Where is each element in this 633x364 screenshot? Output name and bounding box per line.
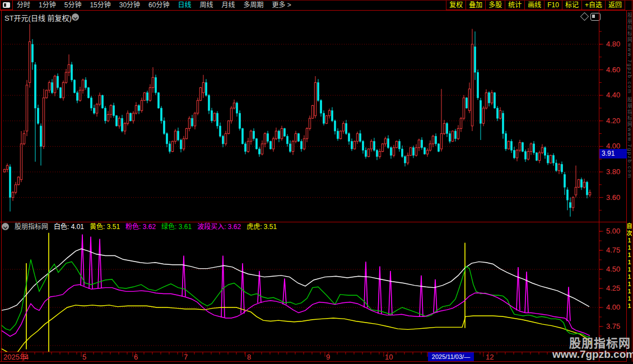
date-badge: 2025/11/03/— bbox=[428, 352, 474, 361]
period-item-更多 >[interactable]: 更多 > bbox=[272, 0, 291, 10]
indicator-value-虎虎: 虎虎: 3.51 bbox=[246, 223, 277, 231]
candles bbox=[3, 24, 590, 217]
period-item-5分钟[interactable]: 5分钟 bbox=[64, 0, 82, 10]
svg-text:4.75: 4.75 bbox=[606, 246, 620, 254]
period-item-多周期[interactable]: 多周期 bbox=[244, 0, 264, 10]
tool-button-标记[interactable]: 标记 bbox=[562, 0, 582, 10]
main-candlestick-chart[interactable]: 4.804.604.404.204.003.803.60 bbox=[0, 22, 633, 222]
chevron-down-icon[interactable] bbox=[72, 13, 79, 21]
watermark-site-url: www.7gpzb.com bbox=[552, 348, 633, 361]
indicator-name: 股朋指标网 bbox=[15, 223, 48, 231]
chart-title: ST开元(日线 前复权) bbox=[4, 12, 72, 23]
title-row: ST开元(日线 前复权) bbox=[0, 11, 633, 22]
svg-text:3.80: 3.80 bbox=[606, 167, 620, 176]
frame-under-menu bbox=[0, 10, 633, 11]
diamond-icon[interactable] bbox=[580, 12, 589, 21]
axis-divider bbox=[599, 11, 599, 362]
svg-text:9: 9 bbox=[326, 353, 330, 361]
svg-text:10: 10 bbox=[385, 353, 393, 361]
indicator-value-粉色: 粉色: 3.62 bbox=[125, 223, 156, 231]
period-item-30分钟[interactable]: 30分钟 bbox=[119, 0, 140, 10]
svg-text:5: 5 bbox=[82, 353, 86, 361]
tool-button-返回[interactable]: 返回 bbox=[605, 0, 625, 10]
svg-text:7: 7 bbox=[184, 353, 188, 361]
svg-text:3.75: 3.75 bbox=[606, 322, 620, 330]
period-item-分时[interactable]: 分时 bbox=[17, 0, 30, 10]
frame-top bbox=[0, 0, 633, 1]
svg-text:6: 6 bbox=[134, 353, 138, 361]
period-item-月线[interactable]: 月线 bbox=[222, 0, 235, 10]
svg-text:12: 12 bbox=[486, 353, 494, 361]
period-item-日线[interactable]: 日线 bbox=[178, 0, 191, 10]
strip-divider-left bbox=[626, 10, 627, 364]
app-logo-button[interactable] bbox=[0, 0, 13, 10]
period-item-1分钟[interactable]: 1分钟 bbox=[39, 0, 56, 10]
line-黄色 bbox=[1, 305, 592, 352]
app-logo-icon bbox=[3, 2, 10, 8]
indicator-value-波段买入: 波段买入: 3.62 bbox=[197, 223, 241, 231]
tool-button-F10[interactable]: F10 bbox=[544, 0, 562, 10]
svg-text:4.00: 4.00 bbox=[606, 303, 620, 311]
frame-right bbox=[632, 0, 632, 364]
indicator-value-白色: 白色: 4.01 bbox=[54, 223, 84, 231]
svg-text:2025年: 2025年 bbox=[3, 353, 27, 361]
period-item-周线[interactable]: 周线 bbox=[199, 0, 213, 10]
svg-text:4.25: 4.25 bbox=[606, 284, 620, 292]
top-menu-bar: 分时1分钟5分钟15分钟30分钟60分钟日线周线月线多周期更多 > 复权叠加多股… bbox=[0, 0, 633, 11]
last-price-badge: 3.91 bbox=[599, 149, 627, 158]
tool-button-叠加[interactable]: 叠加 bbox=[466, 0, 486, 10]
svg-text:4: 4 bbox=[25, 353, 29, 361]
svg-text:4.50: 4.50 bbox=[606, 265, 620, 273]
svg-text:3.60: 3.60 bbox=[606, 193, 620, 202]
svg-text:8: 8 bbox=[247, 353, 251, 361]
tool-menu: 复权叠加多股统计画线F10标记+自选返回 bbox=[446, 0, 625, 10]
chevron-down-icon[interactable] bbox=[2, 223, 9, 230]
cutoff-row bbox=[0, 362, 633, 364]
line-粉色 bbox=[1, 284, 590, 337]
period-item-60分钟[interactable]: 60分钟 bbox=[148, 0, 169, 10]
app-window: 分时1分钟5分钟15分钟30分钟60分钟日线周线月线多周期更多 > 复权叠加多股… bbox=[0, 0, 633, 364]
svg-text:4.20: 4.20 bbox=[606, 116, 620, 125]
indicator-value-绿色: 绿色: 3.61 bbox=[161, 223, 192, 231]
indicator-header: 股朋指标网白色: 4.01黄色: 3.51粉色: 3.62绿色: 3.61波段买… bbox=[0, 222, 594, 231]
tool-button-画线[interactable]: 画线 bbox=[524, 0, 544, 10]
svg-text:4.40: 4.40 bbox=[606, 91, 620, 99]
tool-button-统计[interactable]: 统计 bbox=[505, 0, 525, 10]
svg-text:5.00: 5.00 bbox=[606, 227, 620, 235]
indicator-panel-chart[interactable]: 5.004.754.504.254.003.75 bbox=[0, 222, 633, 352]
frame-left bbox=[1, 10, 2, 362]
tool-button-复权[interactable]: 复权 bbox=[446, 0, 466, 10]
tool-button-+自选[interactable]: +自选 bbox=[581, 0, 606, 10]
indicator-value-黄色: 黄色: 3.51 bbox=[90, 223, 120, 231]
svg-text:4.60: 4.60 bbox=[606, 66, 620, 74]
svg-text:4.80: 4.80 bbox=[606, 40, 620, 48]
tool-button-多股[interactable]: 多股 bbox=[485, 0, 505, 10]
period-item-15分钟[interactable]: 15分钟 bbox=[90, 0, 110, 10]
period-menu: 分时1分钟5分钟15分钟30分钟60分钟日线周线月线多周期更多 > bbox=[17, 0, 291, 10]
